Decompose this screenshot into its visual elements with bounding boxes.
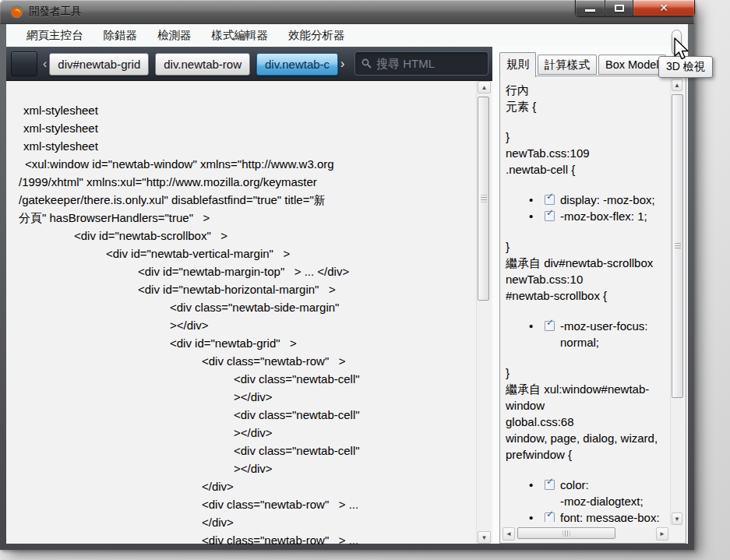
source-line[interactable]: <div id="newtab-scrollbox" > xyxy=(6,227,476,245)
breadcrumb-scroll-right-icon[interactable]: › xyxy=(338,52,347,76)
rule-line: 繼承自 div#newtab-scrollbox xyxy=(506,255,668,271)
menu-item[interactable]: 樣式編輯器 xyxy=(202,28,279,43)
breadcrumb-list: div#newtab-grid div.newtab-row div.newta… xyxy=(49,53,338,76)
rules-panel: 行內 元素 { } xyxy=(499,76,686,544)
scroll-right-icon[interactable]: ► xyxy=(656,527,668,541)
rule-text: 元素 { xyxy=(506,98,536,114)
bullet-icon: • xyxy=(529,477,545,493)
menubar: 網頁主控台 除錯器 檢測器 樣式編輯器 效能分析器 xyxy=(6,24,688,47)
rule-text: color: xyxy=(560,477,589,493)
rules-scrollbar: ▲ ▼ xyxy=(670,79,683,525)
source-line[interactable]: </div> xyxy=(6,477,476,495)
source-line[interactable]: <div id="newtab-grid" > xyxy=(6,334,476,352)
search-input[interactable] xyxy=(376,57,481,70)
rules-scrollbar-thumb[interactable] xyxy=(672,94,683,398)
source-line[interactable]: 分頁" hasBrowserHandlers="true" > xyxy=(6,209,476,227)
search-box xyxy=(354,51,488,76)
scrollbar-grip xyxy=(563,530,570,537)
rule-line: 元素 { xyxy=(506,98,668,114)
bullet-icon: • xyxy=(529,192,545,208)
rule-line: -moz-dialogtext; xyxy=(506,493,668,509)
rule-text: prefwindow { xyxy=(506,446,572,463)
rule-text: } xyxy=(506,238,510,255)
markup-view: xml-stylesheet xml-stylesheet xml-styles… xyxy=(6,81,476,548)
property-checkbox[interactable]: ✓ xyxy=(545,321,555,331)
rules-horizontal-scrollbar: ◄ ► xyxy=(503,527,668,541)
source-line[interactable]: <div id="newtab-horizontal-margin" > xyxy=(6,280,476,298)
source-line[interactable]: <div class="newtab-row" > xyxy=(6,352,476,370)
rule-line: } xyxy=(506,365,668,381)
menu-item[interactable]: 除錯器 xyxy=(93,28,148,43)
scroll-up-icon[interactable]: ▲ xyxy=(478,81,491,93)
inspect-picker-button[interactable] xyxy=(11,51,37,76)
source-line[interactable]: ></div> xyxy=(6,388,476,406)
source-line[interactable]: <div id="newtab-vertical-margin" > xyxy=(6,245,476,262)
rule-text: } xyxy=(506,365,510,381)
rule-text: newTab.css:10 xyxy=(506,271,583,287)
close-button[interactable]: ✕ xyxy=(633,0,695,16)
source-line[interactable]: /1999/xhtml" xmlns:xul="http://www.mozil… xyxy=(6,173,476,191)
maximize-icon xyxy=(615,5,624,12)
breadcrumb-item[interactable]: div.newtab-c xyxy=(256,53,338,76)
rule-text: normal; xyxy=(560,334,599,350)
source-line[interactable]: <div id="newtab-margin-top" > ... </div> xyxy=(6,262,476,280)
rule-line: window, page, dialog, wizard, xyxy=(506,430,668,446)
maximize-button[interactable] xyxy=(605,0,633,16)
rule-text: window xyxy=(506,397,545,414)
source-line[interactable]: ></div> xyxy=(6,460,476,477)
source-line[interactable]: <div class="newtab-side-margin" xyxy=(6,298,476,316)
property-checkbox[interactable]: ✓ xyxy=(545,512,555,522)
rule-line: global.css:68 xyxy=(506,414,668,430)
menu-item[interactable]: 檢測器 xyxy=(147,28,202,43)
rule-text: 繼承自 div#newtab-scrollbox xyxy=(506,255,653,271)
scrollbar-grip xyxy=(675,243,681,250)
source-line[interactable]: ></div> xyxy=(6,424,476,442)
check-icon: ✓ xyxy=(546,192,554,202)
sidebar-tabs: 規則 計算樣式 Box Model xyxy=(499,52,666,76)
source-line[interactable]: </div> xyxy=(6,513,476,531)
source-line[interactable]: xml-stylesheet xyxy=(6,119,476,137)
rules-hscrollbar-thumb[interactable] xyxy=(517,527,615,539)
property-checkbox[interactable]: ✓ xyxy=(545,195,555,205)
rule-text: .newtab-cell { xyxy=(506,161,575,178)
source-line[interactable]: <div class="newtab-row" > ... xyxy=(6,531,476,548)
rule-line xyxy=(506,463,668,477)
markup-scrollbar-thumb[interactable] xyxy=(478,97,489,301)
breadcrumb-item[interactable]: div#newtab-grid xyxy=(49,53,149,76)
scroll-down-icon[interactable]: ▼ xyxy=(672,512,682,525)
source-line[interactable]: ></div> xyxy=(6,316,476,334)
breadcrumb-scroll-left-icon[interactable]: ‹ xyxy=(41,52,49,76)
source-line[interactable]: <div class="newtab-cell" xyxy=(6,370,476,388)
titlebar: 開發者工具 ✕ xyxy=(0,0,694,24)
sidebar-tab[interactable]: Box Model xyxy=(598,55,666,75)
source-line[interactable]: <div class="newtab-row" > ... xyxy=(6,495,476,513)
source-line[interactable]: <xul:window id="newtab-window" xmlns="ht… xyxy=(6,155,476,173)
rule-line: } xyxy=(506,129,668,145)
check-icon: ✓ xyxy=(546,509,554,519)
bullet-icon: • xyxy=(529,208,545,224)
source-line[interactable]: xml-stylesheet xyxy=(6,137,476,155)
rule-line: newTab.css:109 xyxy=(506,145,668,161)
rule-text: -moz-dialogtext; xyxy=(560,493,644,509)
menu-item[interactable]: 網頁主控台 xyxy=(16,28,93,43)
scroll-left-icon[interactable]: ◄ xyxy=(503,527,515,541)
rule-line: window xyxy=(506,397,668,414)
source-line[interactable]: xml-stylesheet xyxy=(6,101,476,119)
rule-line: normal; xyxy=(506,334,668,350)
breadcrumb: ‹ div#newtab-grid div.newtab-row div.new… xyxy=(41,52,347,76)
scroll-up-icon[interactable]: ▲ xyxy=(672,79,682,91)
source-line[interactable]: /gatekeeper/there.is.only.xul" disablefa… xyxy=(6,191,476,209)
property-checkbox[interactable]: ✓ xyxy=(545,480,555,490)
rule-text: -moz-user-focus: xyxy=(560,318,648,334)
rule-text: 行內 xyxy=(506,82,529,98)
close-icon: ✕ xyxy=(659,2,668,14)
sidebar-tab[interactable]: 計算樣式 xyxy=(538,55,597,75)
source-line[interactable]: <div class="newtab-cell" xyxy=(6,442,476,460)
source-line[interactable]: <div class="newtab-cell" xyxy=(6,406,476,424)
menu-item[interactable]: 效能分析器 xyxy=(278,28,355,43)
sidebar-tab[interactable]: 規則 xyxy=(499,52,536,77)
minimize-button[interactable] xyxy=(575,0,605,16)
property-checkbox[interactable]: ✓ xyxy=(545,211,555,221)
scroll-down-icon[interactable]: ▼ xyxy=(478,531,491,544)
breadcrumb-item[interactable]: div.newtab-row xyxy=(155,53,250,76)
